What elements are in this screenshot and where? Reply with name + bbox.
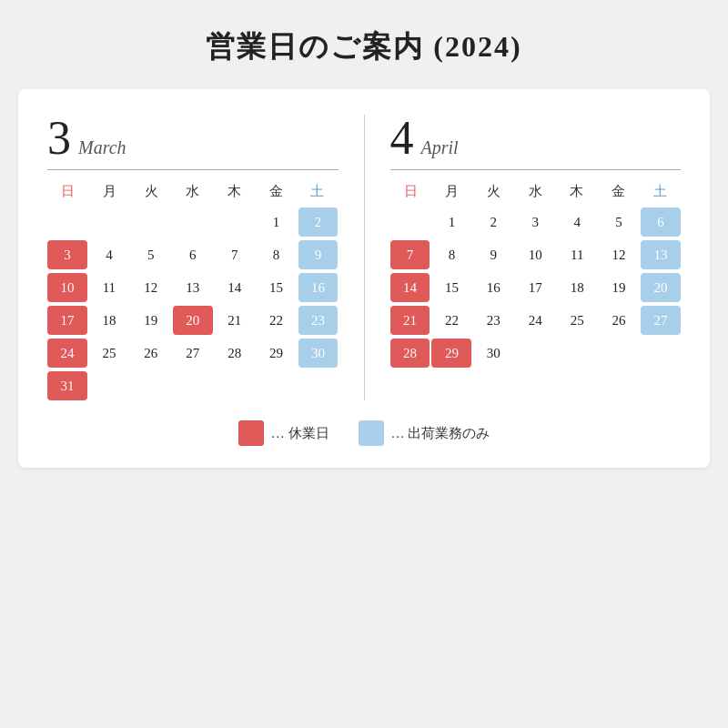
day-cell: 3 — [47, 240, 87, 269]
day-cell: 26 — [131, 339, 171, 368]
day-cell — [298, 371, 339, 400]
day-cell: 22 — [431, 306, 471, 335]
main-card: 3 March 日 月 火 水 木 金 土 123456789101112131… — [18, 89, 710, 468]
day-cell: 5 — [131, 240, 171, 269]
april-dow-mon: 月 — [431, 179, 473, 204]
april-dow-sat: 土 — [639, 179, 681, 204]
march-calendar: 3 March 日 月 火 水 木 金 土 123456789101112131… — [47, 115, 339, 400]
day-cell: 14 — [390, 273, 430, 302]
week-row-1: 78910111213 — [390, 240, 682, 269]
day-cell: 19 — [599, 273, 639, 302]
calendar-divider — [364, 115, 365, 400]
legend-shipping-label: … 出荷業務のみ — [391, 425, 490, 442]
day-cell: 17 — [47, 306, 87, 335]
day-cell: 6 — [173, 240, 213, 269]
day-cell — [131, 207, 171, 237]
day-cell — [641, 339, 681, 368]
day-cell: 4 — [89, 240, 129, 269]
day-cell: 14 — [215, 273, 255, 302]
march-dow-sun: 日 — [47, 179, 89, 204]
legend-shipping-box — [359, 420, 384, 446]
day-cell: 29 — [431, 339, 471, 368]
week-row-4: 24252627282930 — [47, 339, 339, 368]
day-cell: 28 — [215, 339, 255, 368]
legend-holiday: … 休業日 — [238, 420, 329, 446]
page-container: 営業日のご案内 (2024) 3 March 日 月 火 水 木 金 土 123… — [0, 0, 728, 728]
day-cell: 21 — [215, 306, 255, 335]
march-weeks: 1234567891011121314151617181920212223242… — [47, 207, 339, 400]
day-cell: 24 — [47, 339, 87, 368]
day-cell: 28 — [390, 339, 430, 368]
day-cell: 15 — [431, 273, 471, 302]
day-cell: 4 — [557, 207, 597, 237]
day-cell: 30 — [473, 339, 513, 368]
day-cell: 20 — [641, 273, 681, 302]
day-cell: 20 — [173, 306, 213, 335]
april-dow-thu: 木 — [556, 179, 598, 204]
april-header: 4 April — [390, 115, 682, 170]
day-cell: 12 — [131, 273, 171, 302]
day-cell: 1 — [431, 207, 471, 237]
march-number: 3 — [47, 115, 71, 162]
day-cell: 26 — [599, 306, 639, 335]
page-title: 営業日のご案内 (2024) — [206, 27, 521, 67]
day-cell: 8 — [431, 240, 471, 269]
day-cell — [89, 371, 129, 400]
march-dow-fri: 金 — [255, 179, 297, 204]
day-cell — [215, 207, 255, 237]
day-cell — [173, 207, 213, 237]
day-cell — [47, 207, 87, 237]
day-cell: 7 — [215, 240, 255, 269]
april-weeks: 1234567891011121314151617181920212223242… — [390, 207, 682, 368]
day-cell — [215, 371, 255, 400]
legend-holiday-label: … 休業日 — [271, 425, 329, 442]
day-cell: 6 — [641, 207, 681, 237]
day-cell: 19 — [131, 306, 171, 335]
day-cell: 9 — [298, 240, 339, 269]
day-cell: 7 — [390, 240, 430, 269]
legend-holiday-box — [238, 420, 264, 446]
day-cell: 9 — [473, 240, 513, 269]
day-cell: 8 — [257, 240, 297, 269]
day-cell: 2 — [473, 207, 513, 237]
week-row-5: 31 — [47, 371, 339, 400]
day-cell: 27 — [173, 339, 213, 368]
day-cell: 10 — [47, 273, 87, 302]
april-calendar: 4 April 日 月 火 水 木 金 土 123456789101112131… — [390, 115, 682, 400]
march-dow-sat: 土 — [297, 179, 339, 204]
day-cell — [557, 339, 597, 368]
day-cell: 12 — [599, 240, 639, 269]
march-dow-row: 日 月 火 水 木 金 土 — [47, 179, 339, 204]
day-cell: 31 — [47, 371, 87, 400]
day-cell: 16 — [298, 273, 339, 302]
april-dow-wed: 水 — [514, 179, 556, 204]
april-name: April — [421, 137, 459, 158]
day-cell — [599, 339, 639, 368]
legend: … 休業日 … 出荷業務のみ — [47, 420, 681, 446]
day-cell — [390, 207, 430, 237]
march-name: March — [78, 137, 126, 158]
april-dow-tue: 火 — [473, 179, 515, 204]
april-dow-fri: 金 — [598, 179, 640, 204]
week-row-2: 14151617181920 — [390, 273, 682, 302]
march-dow-mon: 月 — [89, 179, 131, 204]
day-cell: 23 — [473, 306, 513, 335]
day-cell: 17 — [515, 273, 555, 302]
day-cell: 18 — [557, 273, 597, 302]
march-header: 3 March — [47, 115, 339, 170]
day-cell: 11 — [89, 273, 129, 302]
day-cell: 16 — [473, 273, 513, 302]
day-cell: 11 — [557, 240, 597, 269]
day-cell: 30 — [298, 339, 339, 368]
day-cell: 3 — [515, 207, 555, 237]
day-cell — [257, 371, 297, 400]
day-cell: 24 — [515, 306, 555, 335]
day-cell — [131, 371, 171, 400]
march-dow-tue: 火 — [130, 179, 172, 204]
day-cell: 2 — [298, 207, 339, 237]
week-row-0: 123456 — [390, 207, 682, 237]
day-cell — [89, 207, 129, 237]
april-number: 4 — [390, 115, 414, 162]
week-row-4: 282930 — [390, 339, 682, 368]
april-dow-sun: 日 — [390, 179, 432, 204]
